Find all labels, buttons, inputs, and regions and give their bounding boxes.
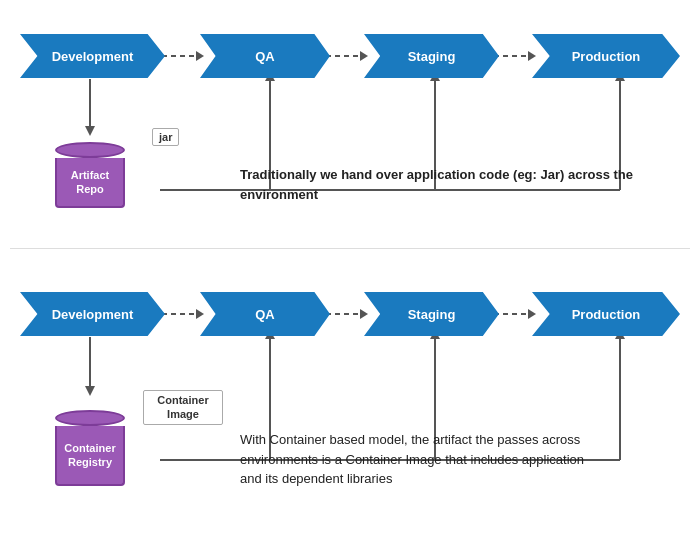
dev-chevron-2: Development [20, 292, 165, 336]
svg-marker-5 [528, 51, 536, 61]
cylinder-top-2 [55, 410, 125, 426]
svg-marker-3 [360, 51, 368, 61]
description-1: Traditionally we hand over application c… [240, 165, 660, 204]
staging-chevron-1: Staging [364, 34, 499, 78]
qa-label-2: QA [255, 307, 275, 322]
main-container: Development QA Staging Production jar Ar… [0, 0, 700, 536]
svg-marker-16 [196, 309, 204, 319]
production-label-1: Production [572, 49, 641, 64]
staging-label-2: Staging [408, 307, 456, 322]
container-registry: ContainerRegistry [55, 410, 125, 486]
description-2: With Container based model, the artifact… [240, 430, 660, 489]
container-image-label: ContainerImage [143, 390, 223, 425]
staging-chevron-2: Staging [364, 292, 499, 336]
staging-label-1: Staging [408, 49, 456, 64]
svg-marker-18 [360, 309, 368, 319]
cylinder-body-2: ContainerRegistry [55, 426, 125, 486]
artifact-repo: Artifact Repo [55, 142, 125, 208]
svg-marker-1 [196, 51, 204, 61]
qa-chevron-1: QA [200, 34, 330, 78]
production-chevron-2: Production [532, 292, 680, 336]
dev-label-2: Development [52, 307, 134, 322]
cylinder-body-1: Artifact Repo [55, 158, 125, 208]
dev-label-1: Development [52, 49, 134, 64]
dev-chevron-1: Development [20, 34, 165, 78]
production-chevron-1: Production [532, 34, 680, 78]
svg-marker-20 [528, 309, 536, 319]
cylinder-top-1 [55, 142, 125, 158]
svg-marker-7 [85, 126, 95, 136]
svg-marker-22 [85, 386, 95, 396]
qa-chevron-2: QA [200, 292, 330, 336]
qa-label-1: QA [255, 49, 275, 64]
divider [10, 248, 690, 249]
production-label-2: Production [572, 307, 641, 322]
jar-label: jar [152, 128, 179, 146]
